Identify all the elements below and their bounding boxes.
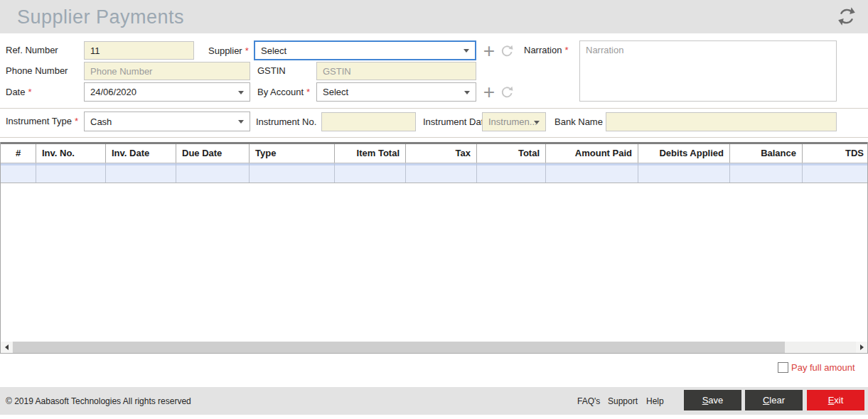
copyright-text: © 2019 Aabasoft Technologies All rights … — [6, 387, 191, 415]
pay-full-amount-option[interactable]: Pay full amount — [778, 362, 855, 373]
column-header-tax[interactable]: Tax — [406, 144, 477, 163]
required-asterisk: * — [306, 87, 310, 97]
column-header-balance[interactable]: Balance — [730, 144, 803, 163]
column-header-inv-no[interactable]: Inv. No. — [36, 144, 106, 163]
required-asterisk: * — [28, 87, 31, 97]
supplier-label: Supplier* — [208, 41, 249, 60]
link-faqs[interactable]: FAQ's — [577, 387, 600, 415]
section-divider — [0, 137, 868, 138]
save-button[interactable]: Save — [684, 390, 741, 410]
invoice-grid: #Inv. No.Inv. DateDue DateTypeItem Total… — [0, 142, 868, 354]
title-bar: Supplier Payments — [0, 0, 868, 33]
page-title: Supplier Payments — [17, 0, 184, 33]
chevron-down-icon — [464, 49, 469, 53]
instrument-date-select-value: Instrumen... — [488, 116, 537, 127]
grid-cell[interactable] — [546, 163, 638, 183]
column-header-debits-applied[interactable]: Debits Applied — [638, 144, 730, 163]
chevron-down-icon — [464, 91, 470, 94]
narration-textarea[interactable] — [579, 40, 837, 102]
scrollbar-track[interactable] — [12, 342, 856, 353]
add-supplier-button[interactable]: + — [481, 42, 497, 60]
add-account-button[interactable]: + — [481, 83, 497, 102]
date-label: Date* — [6, 82, 32, 102]
horizontal-scrollbar[interactable] — [1, 342, 867, 353]
pay-full-amount-checkbox[interactable] — [778, 362, 788, 373]
pay-full-amount-label: Pay full amount — [791, 362, 855, 373]
grid-cell[interactable] — [477, 163, 546, 183]
triangle-left-icon — [5, 344, 9, 350]
grid-empty-row[interactable] — [1, 163, 867, 183]
phone-number-label: Phone Number — [6, 62, 68, 80]
bottom-strip — [0, 415, 868, 419]
date-select[interactable]: 24/06/2020 — [84, 82, 250, 102]
instrument-no-label: Instrument No. — [256, 112, 316, 131]
instrument-type-label: Instrument Type* — [6, 111, 78, 131]
column-header-amount-paid[interactable]: Amount Paid — [546, 144, 638, 163]
instrument-type-select[interactable]: Cash — [84, 111, 250, 131]
supplier-select-value: Select — [261, 45, 286, 56]
date-select-value: 24/06/2020 — [90, 87, 136, 97]
instrument-date-label: Instrument Date — [423, 112, 489, 131]
column-header-item-total[interactable]: Item Total — [335, 144, 406, 163]
ref-number-input[interactable] — [84, 41, 194, 60]
by-account-label: By Account* — [257, 82, 310, 102]
by-account-select[interactable]: Select — [316, 82, 476, 102]
narration-label: Narration* — [524, 41, 569, 60]
grid-cell[interactable] — [1, 163, 36, 183]
grid-body — [1, 183, 867, 342]
bank-name-input[interactable] — [606, 112, 837, 131]
instrument-no-input[interactable] — [321, 112, 416, 131]
clear-button[interactable]: Clear — [745, 390, 803, 410]
triangle-right-icon — [860, 344, 864, 350]
instrument-date-select[interactable]: Instrumen... — [482, 112, 546, 131]
grid-cell[interactable] — [803, 163, 867, 183]
gstin-label: GSTIN — [257, 62, 286, 80]
required-asterisk: * — [245, 45, 249, 56]
chevron-down-icon — [238, 120, 244, 124]
refresh-supplier-icon[interactable] — [500, 43, 515, 58]
grid-cell[interactable] — [176, 163, 250, 183]
grid-cell[interactable] — [250, 163, 335, 183]
scroll-right-button[interactable] — [856, 342, 867, 353]
grid-header-row: #Inv. No.Inv. DateDue DateTypeItem Total… — [1, 144, 867, 163]
chevron-down-icon — [238, 91, 244, 94]
supplier-select[interactable]: Select — [254, 40, 476, 60]
link-support[interactable]: Support — [608, 387, 638, 415]
refresh-page-icon[interactable] — [835, 4, 859, 28]
column-header-due-date[interactable]: Due Date — [176, 144, 250, 163]
required-asterisk: * — [564, 45, 568, 55]
column-header-[interactable]: # — [1, 144, 36, 163]
column-header-total[interactable]: Total — [477, 144, 546, 163]
grid-cell[interactable] — [730, 163, 803, 183]
scrollbar-thumb[interactable] — [13, 342, 785, 353]
gstin-input[interactable] — [316, 62, 476, 80]
bank-name-label: Bank Name — [554, 112, 603, 131]
grid-cell[interactable] — [106, 163, 176, 183]
scroll-left-button[interactable] — [1, 342, 12, 353]
exit-button[interactable]: Exit — [807, 390, 864, 410]
grid-cell[interactable] — [335, 163, 406, 183]
phone-number-input[interactable] — [84, 62, 250, 80]
grid-cell[interactable] — [638, 163, 730, 183]
ref-number-label: Ref. Number — [6, 41, 58, 60]
column-header-type[interactable]: Type — [250, 144, 335, 163]
grid-cell[interactable] — [406, 163, 477, 183]
section-divider — [0, 108, 868, 109]
by-account-select-value: Select — [323, 87, 348, 97]
grid-cell[interactable] — [36, 163, 106, 183]
column-header-inv-date[interactable]: Inv. Date — [106, 144, 176, 163]
footer-bar: © 2019 Aabasoft Technologies All rights … — [0, 387, 868, 415]
instrument-type-select-value: Cash — [90, 116, 112, 127]
required-asterisk: * — [75, 116, 78, 126]
chevron-down-icon — [534, 121, 540, 124]
column-header-tds[interactable]: TDS — [803, 144, 867, 163]
link-help[interactable]: Help — [646, 387, 664, 415]
supplier-payments-window: Supplier Payments Ref. Number Supplier* … — [0, 0, 868, 419]
refresh-account-icon[interactable] — [500, 85, 515, 99]
